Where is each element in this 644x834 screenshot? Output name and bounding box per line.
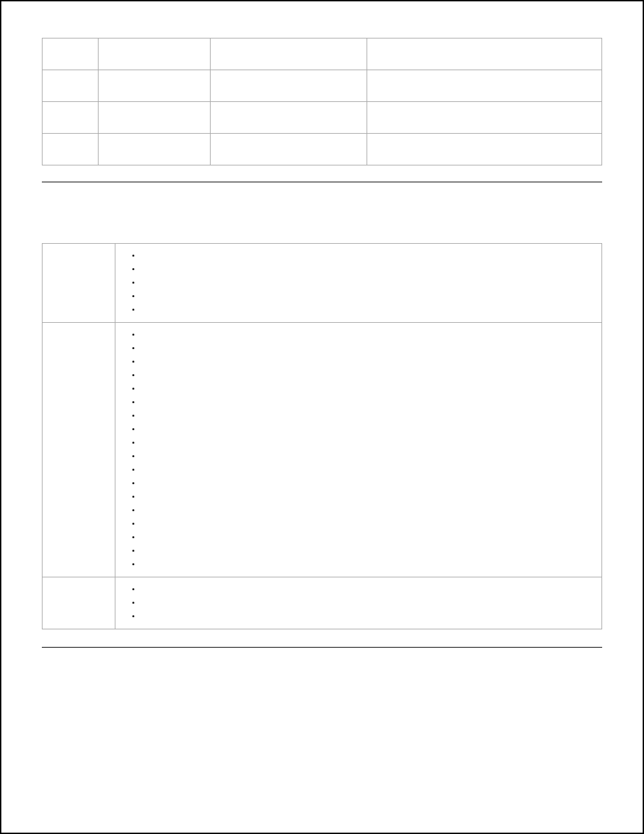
bullet-cell: [115, 244, 601, 323]
table-row: [43, 70, 602, 102]
list-item: [141, 409, 596, 423]
list-item: [141, 276, 596, 290]
list-item: [141, 490, 596, 504]
list-item: [141, 558, 596, 571]
bullet-cell: [115, 323, 601, 577]
table-1: [42, 38, 602, 165]
list-item: [141, 369, 596, 382]
table-row: [43, 134, 602, 165]
list-item: [141, 610, 596, 623]
table-cell: [367, 134, 601, 165]
table-cell: [43, 38, 99, 70]
bullet-list: [121, 249, 596, 317]
list-item: [141, 583, 596, 596]
table-cell: [98, 102, 210, 134]
list-item: [141, 596, 596, 610]
list-item: [141, 531, 596, 544]
list-item: [141, 436, 596, 450]
bullet-list: [121, 583, 596, 623]
table-cell: [210, 38, 367, 70]
list-item: [141, 477, 596, 490]
list-item: [141, 517, 596, 531]
bullet-list: [121, 328, 596, 571]
row-label-cell: [43, 244, 115, 323]
table-row: [43, 577, 602, 629]
table-row: [43, 38, 602, 70]
table-cell: [210, 134, 367, 165]
table-cell: [367, 102, 601, 134]
table-2: [42, 243, 602, 629]
table-cell: [43, 134, 99, 165]
table-row: [43, 102, 602, 134]
table-cell: [98, 38, 210, 70]
table-cell: [367, 38, 601, 70]
list-item: [141, 450, 596, 463]
table-cell: [43, 70, 99, 102]
table-cell: [43, 102, 99, 134]
table-cell: [210, 102, 367, 134]
list-item: [141, 382, 596, 396]
list-item: [141, 249, 596, 263]
list-item: [141, 263, 596, 276]
list-item: [141, 396, 596, 409]
divider-1: [42, 182, 602, 182]
table-row: [43, 323, 602, 577]
list-item: [141, 463, 596, 477]
list-item: [141, 342, 596, 355]
bullet-cell: [115, 577, 601, 629]
table-cell: [210, 70, 367, 102]
row-label-cell: [43, 323, 115, 577]
table-cell: [98, 134, 210, 165]
table-cell: [367, 70, 601, 102]
table-cell: [98, 70, 210, 102]
list-item: [141, 303, 596, 317]
page: [0, 0, 644, 834]
list-item: [141, 290, 596, 303]
list-item: [141, 504, 596, 517]
divider-2: [42, 647, 602, 648]
list-item: [141, 544, 596, 558]
list-item: [141, 355, 596, 369]
list-item: [141, 328, 596, 342]
row-label-cell: [43, 577, 115, 629]
table-row: [43, 244, 602, 323]
list-item: [141, 423, 596, 436]
